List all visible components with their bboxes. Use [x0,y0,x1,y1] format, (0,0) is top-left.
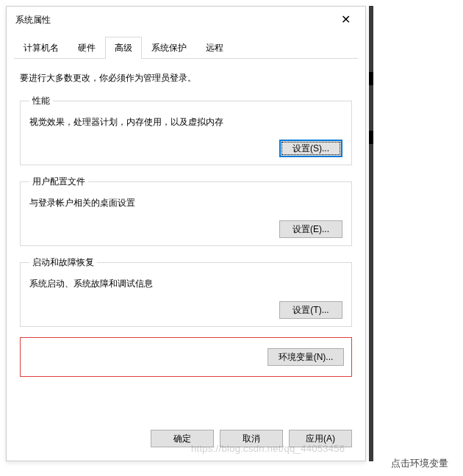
tab-computer-name[interactable]: 计算机名 [14,37,68,59]
tab-hardware[interactable]: 硬件 [68,37,105,59]
adjacent-window-edge [369,6,373,461]
startup-recovery-legend: 启动和故障恢复 [29,256,97,269]
close-icon[interactable]: ✕ [335,12,356,27]
system-properties-dialog: 系统属性 ✕ 计算机名 硬件 高级 系统保护 远程 要进行大多数更改，你必须作为… [6,6,366,461]
titlebar: 系统属性 ✕ [7,7,365,32]
user-profiles-desc: 与登录帐户相关的桌面设置 [29,197,342,209]
performance-settings-button[interactable]: 设置(S)... [279,140,342,157]
tab-system-protection[interactable]: 系统保护 [142,37,196,59]
user-profiles-group: 用户配置文件 与登录帐户相关的桌面设置 设置(E)... [20,176,352,246]
user-profiles-legend: 用户配置文件 [29,176,88,188]
performance-desc: 视觉效果，处理器计划，内存使用，以及虚拟内存 [29,116,342,129]
dialog-title: 系统属性 [15,14,51,26]
tab-remote[interactable]: 远程 [196,37,233,59]
startup-recovery-desc: 系统启动、系统故障和调试信息 [29,278,342,290]
ok-button[interactable]: 确定 [151,430,214,447]
annotation-highlight-box: 环境变量(N)... [20,337,352,377]
performance-group: 性能 视觉效果，处理器计划，内存使用，以及虚拟内存 设置(S)... [20,95,352,165]
environment-variables-button[interactable]: 环境变量(N)... [268,348,344,366]
dialog-body: 要进行大多数更改，你必须作为管理员登录。 性能 视觉效果，处理器计划，内存使用，… [7,59,365,392]
startup-recovery-settings-button[interactable]: 设置(T)... [279,301,342,319]
performance-legend: 性能 [29,95,53,107]
tab-advanced[interactable]: 高级 [105,37,142,59]
apply-button[interactable]: 应用(A) [289,430,352,447]
startup-recovery-group: 启动和故障恢复 系统启动、系统故障和调试信息 设置(T)... [20,256,352,327]
user-profiles-settings-button[interactable]: 设置(E)... [279,220,342,238]
cancel-button[interactable]: 取消 [220,430,283,447]
admin-required-text: 要进行大多数更改，你必须作为管理员登录。 [20,72,352,84]
dialog-action-row: 确定 取消 应用(A) [151,425,359,455]
tab-strip: 计算机名 硬件 高级 系统保护 远程 [14,36,358,59]
instruction-caption: 点击环境变量 [391,457,448,470]
